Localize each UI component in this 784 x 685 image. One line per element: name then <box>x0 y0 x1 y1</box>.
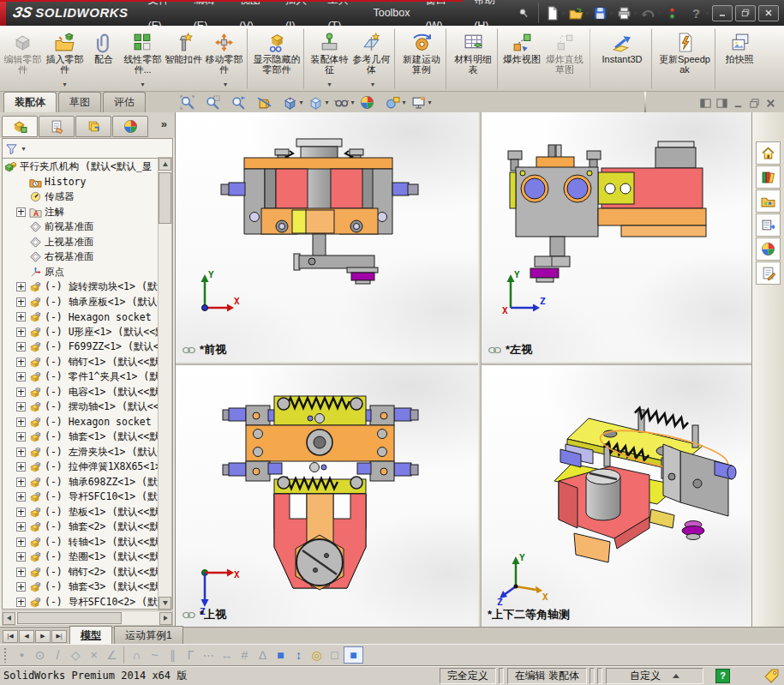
solid-cube-icon[interactable]: ■ <box>272 646 290 664</box>
manager-tab[interactable] <box>75 116 111 137</box>
command-button[interactable]: 编辑零部件 <box>2 28 44 89</box>
command-button[interactable]: Instant3D <box>595 28 652 89</box>
heads-up-button[interactable] <box>205 94 229 111</box>
expand-toggle-icon[interactable] <box>16 462 26 472</box>
tree-item[interactable]: (-) 左滑夹块<1> (默认<< <box>3 445 172 460</box>
tree-item[interactable]: (-) 导杆SFC10<2> (默认< <box>3 595 172 610</box>
sketch-chamfer-icon[interactable]: ∠ <box>103 646 124 664</box>
next-tab-button[interactable]: ▶ <box>35 630 51 643</box>
quick-tips-icon[interactable]: ? <box>715 669 730 683</box>
quick-access-button[interactable] <box>616 4 640 22</box>
scrollbar-thumb[interactable] <box>17 612 122 624</box>
task-pane-tab[interactable] <box>756 213 781 237</box>
heads-up-button[interactable] <box>179 94 203 111</box>
tree-item[interactable]: (-) 销钉<1> (默认<<默认 <box>3 355 172 370</box>
expand-toggle-icon[interactable] <box>16 598 26 607</box>
expand-toggle-icon[interactable] <box>16 388 26 397</box>
quick-access-button[interactable] <box>592 4 616 22</box>
task-pane-tab[interactable] <box>756 261 781 285</box>
tab-evaluate[interactable]: 评估 <box>103 92 146 112</box>
tree-item[interactable]: (-) 轴承座板<1> (默认<< <box>3 295 172 310</box>
manager-tabs-overflow[interactable]: » <box>157 117 171 130</box>
heads-up-button[interactable] <box>385 94 409 111</box>
tree-item[interactable]: (-) F699ZZ<1> (默认<<默 <box>3 339 172 355</box>
sketch-grid-icon[interactable]: # <box>236 646 254 664</box>
heads-up-button[interactable] <box>230 94 254 111</box>
move-entity-icon[interactable]: ↕ <box>290 646 308 664</box>
expand-toggle-icon[interactable] <box>16 538 26 547</box>
tree-item[interactable]: 右视基准面 <box>3 249 172 265</box>
tag-icon[interactable] <box>764 669 779 683</box>
toolbar-drag-handle[interactable] <box>3 647 8 663</box>
heads-up-button[interactable] <box>333 94 357 111</box>
scroll-right-icon[interactable] <box>159 612 172 625</box>
heads-up-button[interactable] <box>410 94 434 111</box>
sketch-circle-icon[interactable]: ⊙ <box>31 646 49 664</box>
tree-item[interactable]: (-) 摆动轴<1> (默认<<默 <box>3 400 172 415</box>
sketch-corner-icon[interactable]: Γ <box>182 646 200 664</box>
tree-item[interactable]: (-) 零件1^夹具<1> (默认 <box>3 370 172 385</box>
sketch-arc-icon[interactable]: ∩ <box>128 646 146 664</box>
tree-item[interactable]: (-) 垫圈<1> (默认<<默认 <box>3 550 172 565</box>
tree-item[interactable]: (-) 导杆SFC10<1> (默认< <box>3 490 172 505</box>
tree-vertical-scrollbar[interactable] <box>158 157 172 610</box>
viewport-left[interactable]: Y Z X *左视 <box>482 112 752 362</box>
quick-access-button[interactable] <box>568 4 592 22</box>
tree-item[interactable]: 传感器 <box>3 189 172 205</box>
expand-toggle-icon[interactable] <box>16 297 26 307</box>
heads-up-button[interactable] <box>282 94 306 111</box>
manager-tab[interactable] <box>39 116 75 137</box>
trim-entities-icon[interactable]: × <box>85 646 103 664</box>
last-tab-button[interactable]: ▶| <box>51 630 67 643</box>
command-button[interactable]: 爆炸视图 <box>502 28 542 89</box>
expand-toggle-icon[interactable] <box>16 402 26 412</box>
viewport-front[interactable]: Y X *前视 <box>176 112 478 362</box>
expand-toggle-icon[interactable] <box>16 492 26 502</box>
expand-toggle-icon[interactable] <box>16 358 26 367</box>
menu-toolbox[interactable]: Toolbox <box>365 0 417 26</box>
tree-item[interactable]: (-) 轴套<1> (默认<<默认 <box>3 430 172 445</box>
first-tab-button[interactable]: |◀ <box>3 630 18 643</box>
graphics-area[interactable]: Y X *前视 <box>176 112 784 627</box>
command-button[interactable]: 插入零部件 <box>44 28 86 89</box>
command-button[interactable]: 移动零部件 <box>203 28 248 89</box>
scroll-up-icon[interactable] <box>159 158 171 171</box>
sketch-point-icon[interactable]: • <box>13 646 31 664</box>
tree-item[interactable]: 上视基准面 <box>3 235 172 250</box>
add-relation-icon[interactable]: ∥ <box>164 646 182 664</box>
sketch-line-icon[interactable]: / <box>49 646 67 664</box>
viewport-top[interactable]: X Z *上视 <box>176 365 478 627</box>
task-pane-tab[interactable] <box>756 141 781 165</box>
command-button[interactable]: 装配体特征 <box>308 28 350 89</box>
tree-item[interactable]: (-) 轴承698ZZ<1> (默认< <box>3 475 172 490</box>
tree-item[interactable]: (-) 拉伸弹簧1X8X65<1> ( <box>3 460 172 475</box>
prev-tab-button[interactable]: ◀ <box>19 630 34 643</box>
manager-tab[interactable] <box>112 116 148 137</box>
tree-item[interactable]: (-) 旋转摆动块<1> (默认 <box>3 279 172 295</box>
manager-tab[interactable] <box>2 116 38 137</box>
tree-item[interactable]: (-) 轴套<2> (默认<<默认 <box>3 520 172 535</box>
custom-status-dropdown[interactable]: 自定义 <box>606 668 703 684</box>
search-pin-icon[interactable] <box>518 7 530 20</box>
scrollbar-thumb[interactable] <box>159 172 171 224</box>
tree-item[interactable]: (-) 垫板<1> (默认<<默认 <box>3 505 172 520</box>
tree-item[interactable]: (-) 电容<1> (默认<<默认 <box>3 385 172 400</box>
tab-model[interactable]: 模型 <box>69 626 112 645</box>
expand-toggle-icon[interactable] <box>16 372 26 382</box>
quick-access-button[interactable] <box>640 4 664 22</box>
task-pane-tab[interactable] <box>756 189 781 213</box>
quick-access-button[interactable] <box>544 4 568 22</box>
expand-toggle-icon[interactable] <box>16 478 26 487</box>
heads-up-button[interactable] <box>308 94 332 111</box>
command-button[interactable]: 新建运动算例 <box>399 28 446 89</box>
scroll-left-icon[interactable] <box>3 612 15 625</box>
expand-toggle-icon[interactable] <box>16 432 26 442</box>
tree-item[interactable]: (-) 轴套<3> (默认<<默认 <box>3 580 172 595</box>
wireframe-box-icon[interactable]: □ <box>326 646 344 664</box>
sketch-polygon-icon[interactable]: ◇ <box>67 646 85 664</box>
filter-icon[interactable] <box>5 142 18 155</box>
expand-toggle-icon[interactable] <box>16 582 26 592</box>
expand-toggle-icon[interactable] <box>16 207 26 217</box>
task-pane-tab[interactable] <box>756 165 781 189</box>
expand-toggle-icon[interactable] <box>16 342 26 352</box>
